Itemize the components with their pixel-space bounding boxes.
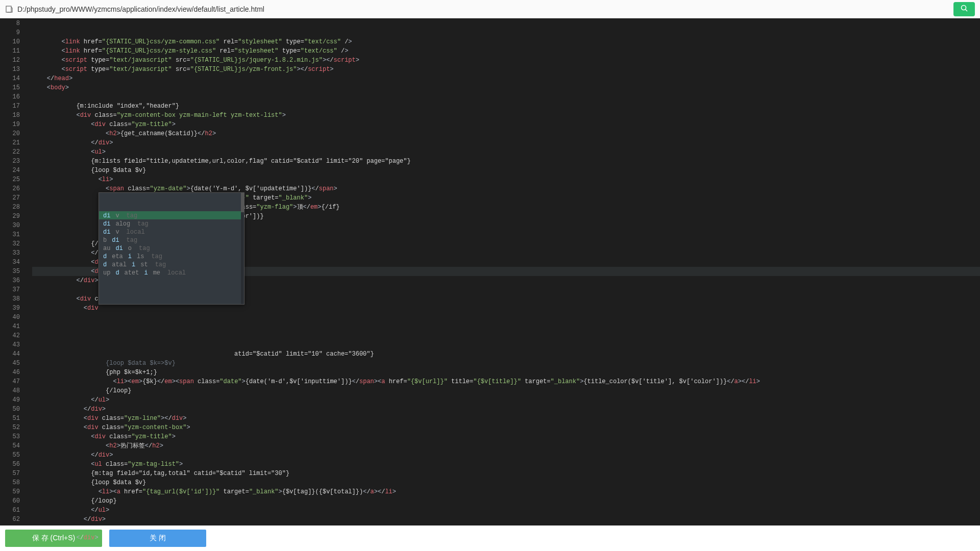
autocomplete-item[interactable]: divlocal <box>99 228 244 236</box>
autocomplete-item[interactable]: bditag <box>99 236 244 244</box>
autocomplete-popup[interactable]: divtagdialogtagdivlocalbditagaudiotagdet… <box>99 192 244 305</box>
autocomplete-item[interactable]: datalisttag <box>99 260 244 268</box>
code-editor[interactable]: 8910111213141516171819202122232425262728… <box>0 18 980 525</box>
autocomplete-item[interactable]: audiotag <box>99 244 244 252</box>
svg-point-1 <box>962 5 966 10</box>
open-file-icon[interactable] <box>5 5 13 13</box>
svg-rect-0 <box>6 6 11 12</box>
search-button[interactable] <box>953 2 975 16</box>
line-number-gutter: 8910111213141516171819202122232425262728… <box>0 18 23 525</box>
autocomplete-item[interactable]: updatetimelocal <box>99 268 244 277</box>
header-bar: D:/phpstudy_pro/WWW/yzmcms/application/i… <box>0 0 980 18</box>
autocomplete-item[interactable]: dialogtag <box>99 219 244 228</box>
svg-line-2 <box>966 9 968 11</box>
popup-scrollbar[interactable] <box>241 193 244 304</box>
autocomplete-item[interactable]: detailstag <box>99 252 244 260</box>
code-area[interactable]: <link href="{STATIC_URL}css/yzm-common.c… <box>23 18 980 525</box>
search-icon <box>960 4 968 14</box>
autocomplete-item[interactable]: divtag <box>99 211 244 219</box>
file-path: D:/phpstudy_pro/WWW/yzmcms/application/i… <box>17 5 264 13</box>
